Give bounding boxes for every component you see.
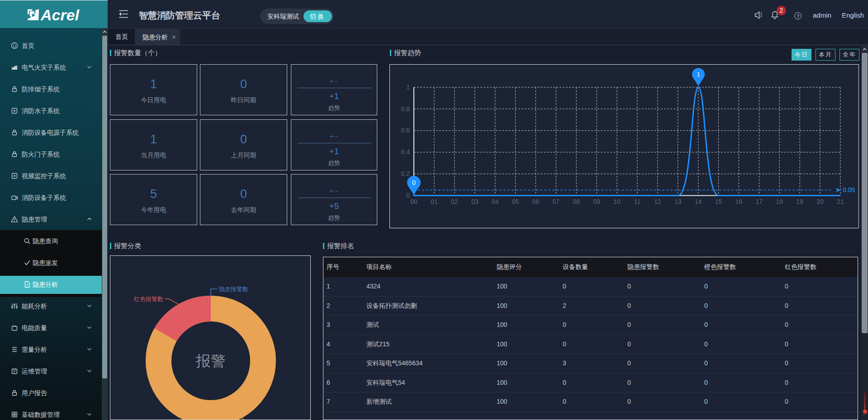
svg-text:报警: 报警 [195, 353, 226, 369]
svg-text:08: 08 [573, 198, 580, 205]
svg-text:06: 06 [532, 198, 540, 205]
svg-text:07: 07 [553, 198, 560, 205]
svg-text:17: 17 [756, 198, 763, 205]
svg-text:09: 09 [593, 198, 600, 205]
svg-text:Acrel: Acrel [40, 6, 80, 24]
svg-text:20: 20 [816, 198, 824, 205]
svg-text:0.8: 0.8 [401, 105, 410, 113]
svg-text:13: 13 [674, 198, 682, 205]
svg-text:隐患报警数: 隐患报警数 [219, 286, 248, 293]
svg-text:02: 02 [451, 198, 458, 205]
svg-text:0.2: 0.2 [401, 170, 410, 177]
svg-text:1: 1 [406, 84, 410, 91]
svg-text:01: 01 [431, 198, 438, 205]
svg-text:19: 19 [796, 198, 803, 205]
svg-text:11: 11 [634, 198, 641, 205]
svg-text:05: 05 [512, 198, 519, 205]
svg-text:0: 0 [412, 179, 416, 186]
svg-text:红色报警数: 红色报警数 [134, 296, 163, 302]
svg-text:10: 10 [613, 198, 621, 205]
svg-text:0: 0 [406, 192, 410, 199]
svg-text:14: 14 [695, 198, 702, 205]
svg-text:04: 04 [492, 198, 499, 205]
svg-text:16: 16 [735, 198, 743, 205]
svg-text:1: 1 [697, 71, 700, 78]
svg-text:0.05: 0.05 [843, 186, 855, 193]
svg-text:15: 15 [715, 198, 722, 205]
svg-text:0.4: 0.4 [401, 148, 410, 156]
svg-text:21: 21 [837, 198, 844, 205]
svg-text:18: 18 [776, 198, 783, 205]
svg-text:00: 00 [410, 198, 417, 205]
svg-text:12: 12 [654, 198, 661, 205]
svg-text:0.6: 0.6 [401, 127, 410, 134]
svg-text:03: 03 [471, 198, 479, 205]
